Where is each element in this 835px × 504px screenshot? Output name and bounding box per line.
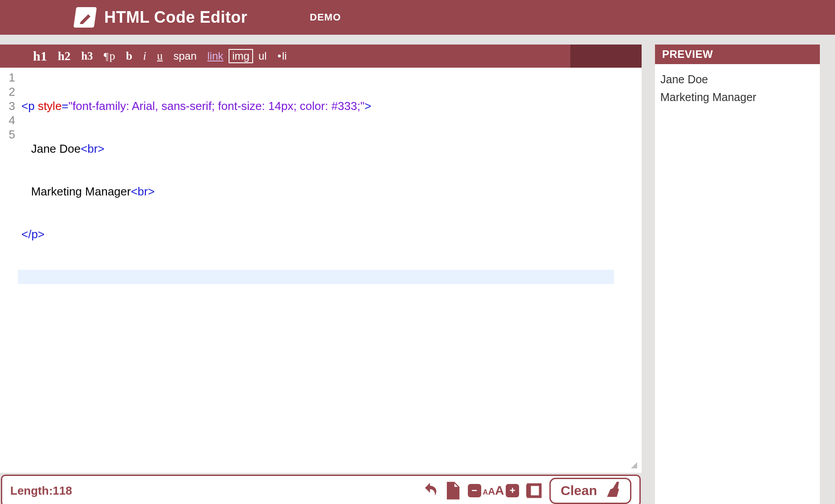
- code-line[interactable]: Jane Doe<br>: [18, 142, 642, 156]
- layout-toggle-icon[interactable]: [526, 483, 542, 499]
- line-number: 2: [0, 85, 15, 99]
- font-a-large: A: [495, 484, 504, 497]
- toolbar-h3-button[interactable]: h3: [76, 50, 98, 62]
- code-line[interactable]: Marketing Manager<br>: [18, 184, 642, 199]
- toolbar-span-button[interactable]: span: [168, 50, 202, 62]
- line-number: 5: [0, 127, 15, 142]
- code-editor[interactable]: 1 2 3 4 5 <p style="font-family: Arial, …: [0, 68, 642, 473]
- resize-handle-icon[interactable]: [631, 462, 637, 468]
- code-token: <br>: [131, 185, 155, 198]
- preview-title: PREVIEW: [655, 45, 820, 64]
- code-line[interactable]: </p>: [18, 227, 642, 241]
- code-token: [21, 142, 31, 155]
- editor-toolbar: h1 h2 h3 p b i u span link img ul li: [0, 45, 642, 68]
- code-line[interactable]: <p style="font-family: Arial, sans-serif…: [18, 99, 642, 113]
- font-a-small: A: [483, 488, 488, 496]
- app-header: HTML Code Editor DEMO: [0, 0, 835, 35]
- code-token: =: [61, 99, 68, 113]
- undo-icon[interactable]: [422, 482, 438, 499]
- toolbar-underline-button[interactable]: u: [151, 49, 168, 63]
- code-token: Jane Doe: [31, 142, 81, 155]
- code-token: <p: [21, 99, 35, 113]
- font-size-icon: AAA: [483, 484, 504, 498]
- increase-font-button[interactable]: +: [506, 484, 519, 497]
- toolbar-h1-button[interactable]: h1: [28, 49, 53, 64]
- decrease-font-button[interactable]: −: [468, 484, 481, 497]
- toolbar-right-panel[interactable]: [570, 45, 642, 68]
- broom-icon: [607, 482, 620, 500]
- preview-body: Jane Doe Marketing Manager: [655, 64, 820, 504]
- preview-line: Jane Doe: [660, 70, 815, 88]
- toolbar-paragraph-button[interactable]: p: [98, 49, 121, 63]
- code-token: <br>: [81, 142, 105, 155]
- logo-icon: [74, 7, 97, 28]
- code-token: [21, 185, 31, 198]
- code-token: Marketing Manager: [31, 185, 131, 198]
- toolbar-img-button[interactable]: img: [229, 49, 253, 63]
- clean-button[interactable]: Clean: [549, 478, 631, 504]
- line-number: 1: [0, 70, 15, 85]
- font-a-med: A: [488, 486, 495, 497]
- editor-pane: h1 h2 h3 p b i u span link img ul li 1 2…: [0, 45, 642, 504]
- editor-footer: Length: 118 − AAA + Clean: [1, 475, 641, 504]
- code-lines[interactable]: <p style="font-family: Arial, sans-serif…: [18, 68, 642, 473]
- font-size-controls: − AAA +: [468, 484, 520, 498]
- demo-label: DEMO: [310, 12, 341, 23]
- code-token: >: [364, 99, 371, 113]
- app-title: HTML Code Editor: [104, 8, 247, 27]
- clean-label: Clean: [561, 483, 597, 498]
- line-gutter: 1 2 3 4 5: [0, 68, 18, 473]
- toolbar-li-button[interactable]: li: [272, 50, 292, 62]
- preview-line: Marketing Manager: [660, 88, 815, 106]
- code-token: "font-family: Arial, sans-serif; font-si…: [69, 99, 364, 113]
- code-token: </p>: [21, 228, 45, 241]
- toolbar-bold-button[interactable]: b: [121, 49, 138, 63]
- preview-pane: PREVIEW Jane Doe Marketing Manager: [655, 45, 820, 504]
- toolbar-link-button[interactable]: link: [202, 50, 229, 62]
- length-indicator: Length: 118: [10, 484, 72, 498]
- length-label: Length:: [10, 484, 53, 498]
- line-number: 4: [0, 113, 15, 127]
- code-token: [35, 99, 38, 113]
- length-value: 118: [53, 484, 72, 498]
- toolbar-italic-button[interactable]: i: [138, 49, 151, 63]
- line-number: 3: [0, 99, 15, 113]
- toolbar-h2-button[interactable]: h2: [53, 49, 76, 63]
- code-token: style: [38, 99, 61, 113]
- new-file-icon[interactable]: [446, 482, 461, 500]
- code-line-active[interactable]: [18, 270, 614, 284]
- toolbar-ul-button[interactable]: ul: [253, 50, 272, 62]
